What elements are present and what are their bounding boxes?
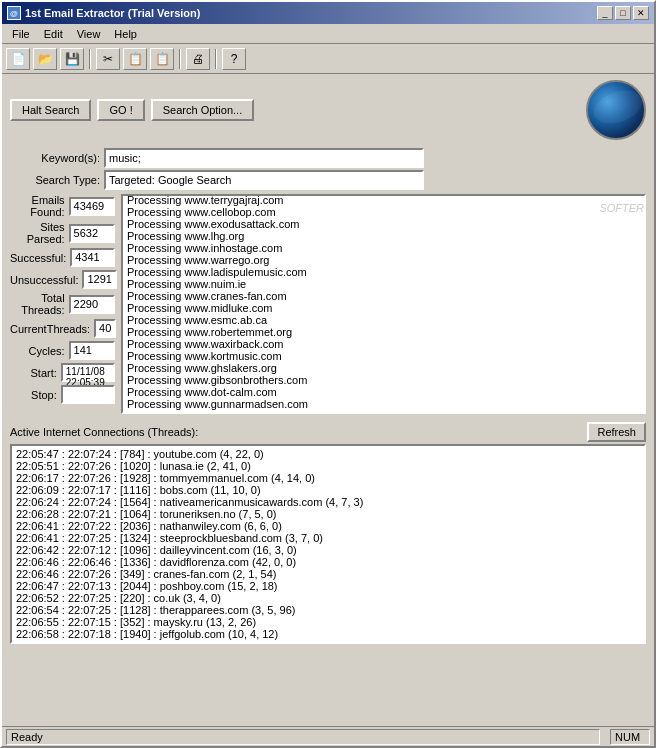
successful-label: Successful: (10, 252, 66, 264)
emails-found-label: Emails Found: (10, 194, 65, 218)
content-area: Emails Found: 43469 Sites Parsed: 5632 S… (10, 194, 646, 414)
cycles-label: Cycles: (10, 345, 65, 357)
current-threads-row: CurrentThreads: 40 (10, 319, 115, 338)
sites-parsed-row: Sites Parsed: 5632 (10, 221, 115, 245)
toolbar: 📄 📂 💾 ✂ 📋 📋 🖨 ? (2, 44, 654, 74)
watermark: SOFTER (599, 202, 644, 214)
connection-entry: 22:05:51 : 22:07:26 : [1020] : lunasa.ie… (14, 460, 642, 472)
connection-entry: 22:06:54 : 22:07:25 : [1128] : therappar… (14, 604, 642, 616)
status-text: Ready (6, 729, 600, 745)
globe-image (586, 80, 646, 140)
cycles-value: 141 (69, 341, 115, 360)
search-option-button[interactable]: Search Option... (151, 99, 255, 121)
connection-entry: 22:05:47 : 22:07:24 : [784] : youtube.co… (14, 448, 642, 460)
search-type-input[interactable] (104, 170, 424, 190)
connection-entry: 22:06:46 : 22:06:46 : [1336] : davidflor… (14, 556, 642, 568)
search-type-row: Search Type: (10, 170, 646, 190)
unsuccessful-value: 1291 (82, 270, 116, 289)
log-entry: Processing www.lhg.org (125, 230, 642, 242)
go-button[interactable]: GO ! (97, 99, 144, 121)
title-bar-text: 1st Email Extractor (Trial Version) (25, 7, 200, 19)
current-threads-value: 40 (94, 319, 116, 338)
connection-entry: 22:06:41 : 22:07:25 : [1324] : steeprock… (14, 532, 642, 544)
close-button[interactable]: ✕ (633, 6, 649, 20)
log-entry: Processing www.kortmusic.com (125, 350, 642, 362)
keywords-input[interactable] (104, 148, 424, 168)
log-panel[interactable]: Processing www.playlist.comProcessing ww… (121, 194, 646, 414)
toolbar-separator-1 (89, 49, 91, 69)
log-entry: Processing www.midluke.com (125, 302, 642, 314)
save-button[interactable]: 💾 (60, 48, 84, 70)
top-controls: Halt Search GO ! Search Option... (10, 80, 646, 140)
search-type-label: Search Type: (10, 174, 100, 186)
log-entry: Processing www.cranes-fan.com (125, 290, 642, 302)
unsuccessful-row: Unsuccessful: 1291 (10, 270, 115, 289)
toolbar-separator-3 (215, 49, 217, 69)
menu-view[interactable]: View (71, 26, 107, 42)
menu-edit[interactable]: Edit (38, 26, 69, 42)
connection-entry: 22:06:41 : 22:07:22 : [2036] : nathanwil… (14, 520, 642, 532)
new-button[interactable]: 📄 (6, 48, 30, 70)
stop-label: Stop: (10, 389, 57, 401)
log-entry: Processing www.terrygajraj.com (125, 194, 642, 206)
log-entry: Processing www.esmc.ab.ca (125, 314, 642, 326)
title-bar-left: @ 1st Email Extractor (Trial Version) (7, 6, 200, 20)
unsuccessful-label: Unsuccessful: (10, 274, 78, 286)
start-label: Start: (10, 367, 57, 379)
connections-section: Active Internet Connections (Threads): R… (10, 422, 646, 644)
maximize-button[interactable]: □ (615, 6, 631, 20)
paste-button[interactable]: 📋 (150, 48, 174, 70)
log-entry: Processing www.cellobop.com (125, 206, 642, 218)
minimize-button[interactable]: _ (597, 6, 613, 20)
form-section: Keyword(s): Search Type: (10, 148, 646, 190)
top-controls-left: Halt Search GO ! Search Option... (10, 99, 254, 121)
emails-found-row: Emails Found: 43469 (10, 194, 115, 218)
menu-bar: File Edit View Help (2, 24, 654, 44)
log-entry: Processing www.dot-calm.com (125, 386, 642, 398)
connections-label: Active Internet Connections (Threads): (10, 426, 198, 438)
menu-file[interactable]: File (6, 26, 36, 42)
log-entry: Processing www.robertemmet.org (125, 326, 642, 338)
connection-entry: 22:06:46 : 22:07:26 : [349] : cranes-fan… (14, 568, 642, 580)
keywords-row: Keyword(s): (10, 148, 646, 168)
help-button[interactable]: ? (222, 48, 246, 70)
toolbar-separator-2 (179, 49, 181, 69)
window-frame: @ 1st Email Extractor (Trial Version) _ … (0, 0, 656, 748)
successful-row: Successful: 4341 (10, 248, 115, 267)
connection-entry: 22:06:24 : 22:07:24 : [1564] : nativeame… (14, 496, 642, 508)
stats-panel: Emails Found: 43469 Sites Parsed: 5632 S… (10, 194, 115, 414)
log-entry: Processing www.gunnarmadsen.com (125, 398, 642, 410)
log-entry: Processing www.warrego.org (125, 254, 642, 266)
total-threads-label: Total Threads: (10, 292, 65, 316)
connections-panel[interactable]: 22:05:47 : 22:07:24 : [784] : youtube.co… (10, 444, 646, 644)
menu-help[interactable]: Help (108, 26, 143, 42)
connection-entry: 22:07:00 : 22:07:23 : [1648] : spoonreco… (14, 640, 642, 644)
stop-row: Stop: (10, 385, 115, 404)
connection-entry: 22:06:09 : 22:07:17 : [1116] : bobs.com … (14, 484, 642, 496)
title-bar: @ 1st Email Extractor (Trial Version) _ … (2, 2, 654, 24)
connection-entry: 22:06:58 : 22:07:18 : [1940] : jeffgolub… (14, 628, 642, 640)
log-entry: Processing www.nuim.ie (125, 278, 642, 290)
connection-entry: 22:06:28 : 22:07:21 : [1064] : torunerik… (14, 508, 642, 520)
keywords-label: Keyword(s): (10, 152, 100, 164)
app-icon: @ (7, 6, 21, 20)
successful-value: 4341 (70, 248, 115, 267)
sites-parsed-label: Sites Parsed: (10, 221, 65, 245)
log-entry: Processing www.exodusattack.com (125, 218, 642, 230)
copy-button[interactable]: 📋 (123, 48, 147, 70)
current-threads-label: CurrentThreads: (10, 323, 90, 335)
connection-entry: 22:06:17 : 22:07:26 : [1928] : tommyemma… (14, 472, 642, 484)
open-button[interactable]: 📂 (33, 48, 57, 70)
sites-parsed-value: 5632 (69, 224, 115, 243)
emails-found-value: 43469 (69, 197, 115, 216)
start-row: Start: 11/11/08 22:05:39 (10, 363, 115, 382)
halt-search-button[interactable]: Halt Search (10, 99, 91, 121)
refresh-button[interactable]: Refresh (587, 422, 646, 442)
cut-button[interactable]: ✂ (96, 48, 120, 70)
start-value: 11/11/08 22:05:39 (61, 363, 115, 382)
print-button[interactable]: 🖨 (186, 48, 210, 70)
num-indicator: NUM (610, 729, 650, 745)
connection-entry: 22:06:55 : 22:07:15 : [352] : maysky.ru … (14, 616, 642, 628)
log-entry: Processing www.ghslakers.org (125, 362, 642, 374)
main-area: Halt Search GO ! Search Option... Keywor… (2, 74, 654, 650)
